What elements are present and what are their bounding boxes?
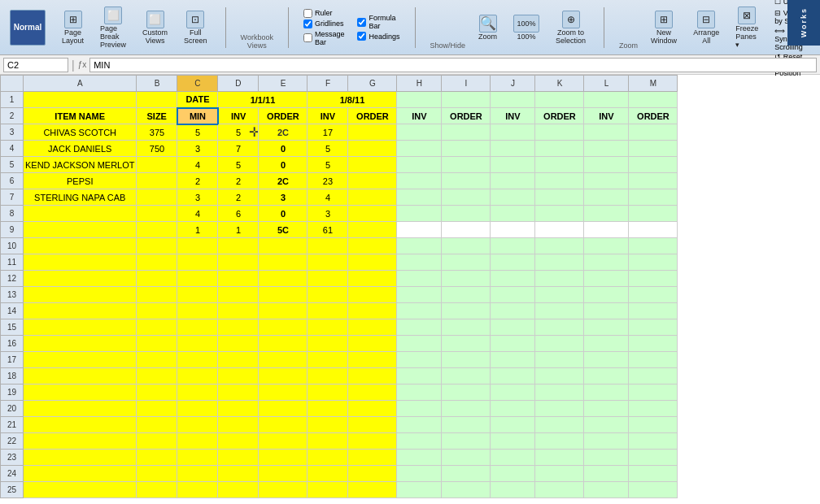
cell-h5[interactable] <box>397 157 442 173</box>
cell-e4[interactable]: 0 <box>259 141 308 157</box>
cell-g6[interactable] <box>348 173 397 189</box>
cell-M22[interactable] <box>629 433 678 450</box>
cell-J18[interactable] <box>491 368 535 385</box>
cell-H16[interactable] <box>397 336 442 352</box>
cell-B25[interactable] <box>137 482 177 498</box>
cell-H25[interactable] <box>397 482 442 498</box>
cell-f9[interactable]: 61 <box>308 222 348 238</box>
cell-M13[interactable] <box>629 287 678 303</box>
cell-i7[interactable] <box>442 189 491 206</box>
cell-C22[interactable] <box>177 433 218 450</box>
cell-E11[interactable] <box>259 254 308 271</box>
cell-b9[interactable] <box>137 222 177 238</box>
cell-B18[interactable] <box>137 368 177 385</box>
cell-K21[interactable] <box>535 417 584 433</box>
cell-A24[interactable] <box>24 466 137 482</box>
cell-k3[interactable] <box>535 124 584 141</box>
cell-J16[interactable] <box>491 336 535 352</box>
cell-B20[interactable] <box>137 401 177 417</box>
cell-J24[interactable] <box>491 466 535 482</box>
cell-F15[interactable] <box>308 319 348 336</box>
cell-j2[interactable]: INV <box>491 108 535 124</box>
cell-J25[interactable] <box>491 482 535 498</box>
cell-H21[interactable] <box>397 417 442 433</box>
cell-F13[interactable] <box>308 287 348 303</box>
cell-i6[interactable] <box>442 173 491 189</box>
cell-g2[interactable]: ORDER <box>348 108 397 124</box>
cell-K13[interactable] <box>535 287 584 303</box>
cell-L14[interactable] <box>584 303 629 319</box>
cell-c9[interactable]: 1 <box>177 222 218 238</box>
cell-D10[interactable] <box>218 238 259 254</box>
cell-H15[interactable] <box>397 319 442 336</box>
col-header-d[interactable]: D <box>218 76 259 92</box>
cell-K12[interactable] <box>535 271 584 287</box>
ruler-checkbox[interactable]: Ruler <box>303 9 345 18</box>
cell-c6[interactable]: 2 <box>177 173 218 189</box>
message-bar-checkbox[interactable]: Message Bar <box>303 30 345 46</box>
cell-c1[interactable]: DATE <box>177 92 218 108</box>
cell-f7[interactable]: 4 <box>308 189 348 206</box>
cell-l5[interactable] <box>584 157 629 173</box>
cell-L10[interactable] <box>584 238 629 254</box>
col-header-e[interactable]: E <box>259 76 308 92</box>
cell-H17[interactable] <box>397 352 442 368</box>
cell-M15[interactable] <box>629 319 678 336</box>
cell-a9[interactable] <box>24 222 137 238</box>
cell-M10[interactable] <box>629 238 678 254</box>
cell-i9[interactable] <box>442 222 491 238</box>
cell-G23[interactable] <box>348 450 397 466</box>
cell-l6[interactable] <box>584 173 629 189</box>
cell-E18[interactable] <box>259 368 308 385</box>
cell-g8[interactable] <box>348 206 397 222</box>
cell-C19[interactable] <box>177 385 218 401</box>
cell-h9[interactable] <box>397 222 442 238</box>
cell-D12[interactable] <box>218 271 259 287</box>
cell-M23[interactable] <box>629 450 678 466</box>
custom-views-button[interactable]: ⬜ Custom Views <box>139 9 171 46</box>
cell-M25[interactable] <box>629 482 678 498</box>
cell-d4[interactable]: 7 <box>218 141 259 157</box>
cell-a1[interactable] <box>24 92 137 108</box>
cell-A25[interactable] <box>24 482 137 498</box>
cell-a6[interactable]: PEPSI <box>24 173 137 189</box>
cell-F25[interactable] <box>308 482 348 498</box>
cell-h6[interactable] <box>397 173 442 189</box>
cell-D14[interactable] <box>218 303 259 319</box>
cell-k1[interactable] <box>535 92 584 108</box>
cell-A19[interactable] <box>24 385 137 401</box>
cell-l2[interactable]: INV <box>584 108 629 124</box>
cell-L19[interactable] <box>584 385 629 401</box>
cell-L11[interactable] <box>584 254 629 271</box>
cell-m3[interactable] <box>629 124 678 141</box>
cell-g5[interactable] <box>348 157 397 173</box>
cell-l8[interactable] <box>584 206 629 222</box>
cell-L15[interactable] <box>584 319 629 336</box>
cell-I19[interactable] <box>442 385 491 401</box>
cell-g9[interactable] <box>348 222 397 238</box>
cell-C13[interactable] <box>177 287 218 303</box>
cell-f5[interactable]: 5 <box>308 157 348 173</box>
cell-D20[interactable] <box>218 401 259 417</box>
cell-G10[interactable] <box>348 238 397 254</box>
cell-f8[interactable]: 3 <box>308 206 348 222</box>
col-header-j[interactable]: J <box>491 76 535 92</box>
zoom-100-button[interactable]: 100% 100% <box>510 13 543 42</box>
cell-B11[interactable] <box>137 254 177 271</box>
cell-F12[interactable] <box>308 271 348 287</box>
formula-bar-checkbox[interactable]: Formula Bar <box>357 14 399 30</box>
cell-I16[interactable] <box>442 336 491 352</box>
cell-C10[interactable] <box>177 238 218 254</box>
cell-c2-selected[interactable]: MIN <box>177 108 218 124</box>
cell-C14[interactable] <box>177 303 218 319</box>
cell-E14[interactable] <box>259 303 308 319</box>
cell-B16[interactable] <box>137 336 177 352</box>
cell-i1[interactable] <box>442 92 491 108</box>
cell-b2[interactable]: SIZE <box>137 108 177 124</box>
cell-k4[interactable] <box>535 141 584 157</box>
cell-A16[interactable] <box>24 336 137 352</box>
cell-f2[interactable]: INV <box>308 108 348 124</box>
cell-I23[interactable] <box>442 450 491 466</box>
cell-A22[interactable] <box>24 433 137 450</box>
col-header-f[interactable]: F <box>308 76 348 92</box>
